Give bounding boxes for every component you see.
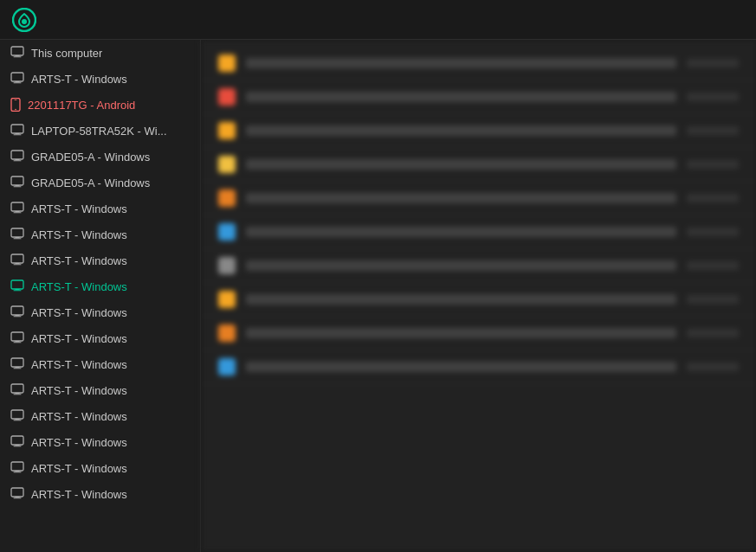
svg-rect-17 <box>11 177 23 185</box>
svg-rect-13 <box>14 134 22 135</box>
monitor-icon <box>10 357 24 371</box>
row-icon <box>218 324 236 342</box>
svg-point-1 <box>22 19 27 24</box>
sidebar-item-label: ARTS-T - Windows <box>31 280 127 293</box>
sidebar-item-this-computer[interactable]: This computer <box>0 40 200 66</box>
svg-rect-50 <box>11 462 23 471</box>
row-icon <box>218 223 236 241</box>
svg-rect-42 <box>16 393 20 394</box>
svg-rect-25 <box>14 238 22 239</box>
sidebar-item-arts-t-windows-6[interactable]: ARTS-T - Windows <box>0 325 200 351</box>
row-text <box>246 58 676 68</box>
sidebar-item-arts-t-windows-10[interactable]: ARTS-T - Windows <box>0 429 200 455</box>
sidebar-item-2201117tg-android[interactable]: 2201117TG - Android <box>0 92 200 118</box>
sidebar-item-label: ARTS-T - Windows <box>31 384 127 397</box>
sidebar-item-label: GRADE05-A - Windows <box>31 151 150 164</box>
svg-rect-16 <box>14 160 22 161</box>
sidebar-item-arts-t-windows-2[interactable]: ARTS-T - Windows <box>0 196 200 221</box>
sidebar-item-label: ARTS-T - Windows <box>31 228 127 241</box>
sidebar-item-label: GRADE05-A - Windows <box>31 177 150 189</box>
sidebar-item-arts-t-windows-5[interactable]: ARTS-T - Windows <box>0 299 200 325</box>
sidebar-item-arts-t-windows-8[interactable]: ARTS-T - Windows <box>0 377 200 403</box>
svg-rect-51 <box>16 471 20 472</box>
sidebar-item-label: ARTS-T - Windows <box>31 462 127 475</box>
svg-point-10 <box>15 109 16 111</box>
row-time <box>687 93 739 101</box>
monitor-icon <box>10 72 24 86</box>
content-row <box>201 47 756 80</box>
row-time <box>687 160 739 169</box>
sidebar-item-label: ARTS-T - Windows <box>31 488 127 501</box>
sidebar-item-grade05-a-windows-2[interactable]: GRADE05-A - Windows <box>0 170 200 196</box>
row-icon <box>218 358 236 375</box>
monitor-icon <box>10 254 24 267</box>
svg-rect-43 <box>14 394 22 395</box>
sidebar-item-arts-t-windows-1[interactable]: ARTS-T - Windows <box>0 66 200 92</box>
svg-rect-19 <box>14 186 22 187</box>
row-time <box>687 329 739 337</box>
content-row <box>201 182 756 215</box>
row-time <box>687 126 739 135</box>
svg-rect-52 <box>14 472 22 472</box>
svg-rect-31 <box>14 290 22 291</box>
svg-rect-44 <box>11 410 23 419</box>
svg-rect-27 <box>16 263 20 264</box>
content-row <box>201 249 756 283</box>
monitor-icon <box>10 461 24 475</box>
sidebar-item-arts-t-windows-9[interactable]: ARTS-T - Windows <box>0 403 200 429</box>
svg-rect-24 <box>16 237 20 238</box>
svg-rect-3 <box>16 55 20 56</box>
svg-rect-53 <box>11 488 23 497</box>
svg-rect-33 <box>16 315 20 316</box>
svg-rect-11 <box>11 125 23 133</box>
sidebar-item-laptop-58tra52k[interactable]: LAPTOP-58TRA52K - Wi... <box>0 118 200 144</box>
row-text <box>246 260 676 271</box>
monitor-icon <box>10 305 24 319</box>
sidebar-item-label: ARTS-T - Windows <box>31 254 127 267</box>
sidebar-item-arts-t-windows-12[interactable]: ARTS-T - Windows <box>0 481 200 507</box>
sidebar: This computer ARTS-T - Windows 2201117TG… <box>0 40 201 552</box>
row-icon <box>218 189 236 207</box>
row-icon <box>218 122 236 139</box>
row-time <box>687 363 739 371</box>
svg-rect-12 <box>16 133 20 134</box>
sidebar-item-label: ARTS-T - Windows <box>31 202 127 215</box>
monitor-icon <box>10 487 24 501</box>
main-layout: This computer ARTS-T - Windows 2201117TG… <box>0 40 756 552</box>
content-row <box>201 114 756 148</box>
sidebar-item-arts-t-windows-4[interactable]: ARTS-T - Windows <box>0 247 200 273</box>
row-icon <box>218 291 236 308</box>
monitor-icon <box>10 228 24 241</box>
row-text <box>246 92 676 102</box>
svg-rect-22 <box>14 212 22 213</box>
svg-rect-23 <box>11 228 23 237</box>
sidebar-item-arts-t-windows-3[interactable]: ARTS-T - Windows <box>0 221 200 247</box>
row-text <box>246 227 676 237</box>
monitor-icon <box>10 279 24 293</box>
row-time <box>687 295 739 304</box>
svg-rect-18 <box>16 185 20 186</box>
sidebar-item-arts-t-windows-11[interactable]: ARTS-T - Windows <box>0 455 200 481</box>
svg-rect-37 <box>14 342 22 343</box>
svg-rect-36 <box>16 341 20 342</box>
row-icon <box>218 88 236 106</box>
svg-rect-4 <box>14 56 22 57</box>
row-text <box>246 125 676 136</box>
sidebar-item-arts-t-windows-7[interactable]: ARTS-T - Windows <box>0 351 200 377</box>
svg-rect-35 <box>11 332 23 341</box>
svg-rect-9 <box>15 99 17 100</box>
monitor-icon <box>10 150 24 164</box>
content-area <box>201 40 756 552</box>
svg-rect-32 <box>11 306 23 315</box>
sidebar-item-arts-t-windows-active[interactable]: ARTS-T - Windows <box>0 273 200 299</box>
content-row <box>201 283 756 317</box>
svg-rect-45 <box>16 419 20 420</box>
sidebar-item-grade05-a-windows-1[interactable]: GRADE05-A - Windows <box>0 144 200 170</box>
sidebar-item-label: ARTS-T - Windows <box>31 306 127 319</box>
monitor-icon <box>10 46 24 60</box>
sidebar-item-label: ARTS-T - Windows <box>31 410 127 423</box>
sidebar-item-label: ARTS-T - Windows <box>31 73 127 86</box>
monitor-icon <box>10 124 24 138</box>
svg-rect-48 <box>16 445 20 446</box>
monitor-icon <box>10 331 24 345</box>
